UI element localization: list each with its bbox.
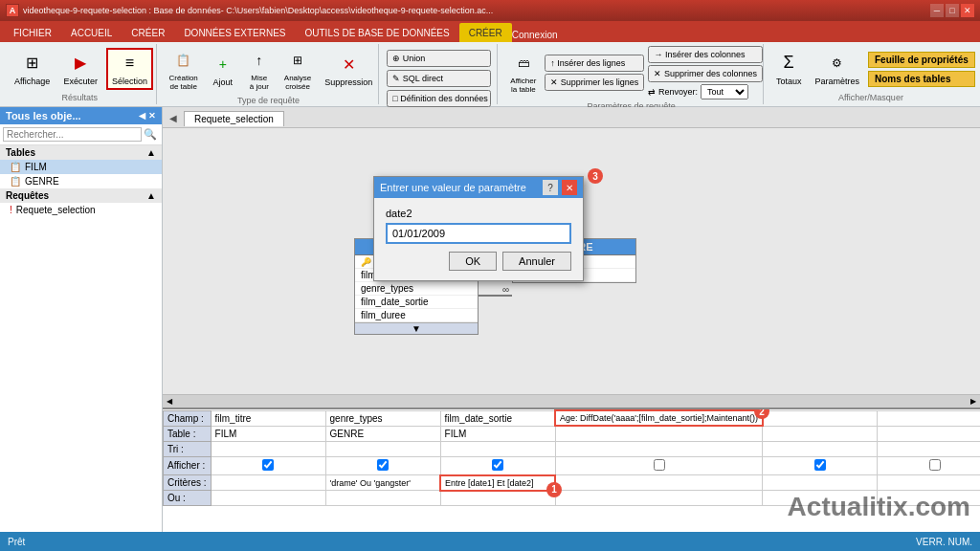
qbe-cell-tri-4[interactable] (555, 441, 763, 456)
qbe-cell-criteres-6[interactable] (878, 475, 980, 491)
qbe-cell-table-6[interactable] (878, 426, 980, 441)
search-input[interactable] (3, 127, 142, 142)
search-icon[interactable]: 🔍 (142, 128, 159, 141)
parametres-button[interactable]: ⚙ Paramètres (810, 49, 864, 89)
selection-button[interactable]: ≡ Sélection (106, 48, 153, 90)
qbe-cell-table-5[interactable] (763, 426, 878, 441)
qbe-cell-table-4[interactable] (555, 426, 763, 441)
qbe-cell-champ-4[interactable]: Age: DiffDate('aaaa';[film_date_sortie];… (555, 410, 763, 426)
modal-cancel-button[interactable]: Annuler (502, 252, 571, 271)
qbe-cell-ou-3[interactable] (440, 491, 555, 506)
union-button[interactable]: ⊕ Union (387, 50, 491, 67)
qbe-cell-afficher-1[interactable] (211, 456, 325, 475)
nav-left-icon[interactable]: ◀ (167, 113, 180, 123)
checkbox-afficher-1[interactable] (262, 459, 274, 471)
sidebar-search[interactable]: 🔍 (0, 124, 162, 145)
qbe-cell-tri-1[interactable] (211, 441, 325, 456)
status-right: VERR. NUM. (916, 537, 972, 547)
tab-accueil[interactable]: ACCUEIL (61, 23, 122, 42)
qbe-cell-table-1[interactable]: FILM (211, 426, 325, 441)
film-field-duree: film_duree (355, 309, 478, 322)
close-button[interactable]: ✕ (961, 4, 974, 17)
qbe-cell-criteres-2[interactable]: 'drame' Ou 'gangster' (325, 475, 440, 491)
tab-outils-bdd[interactable]: OUTILS DE BASE DE DONNÉES (296, 23, 459, 42)
qbe-cell-champ-3[interactable]: film_date_sortie (440, 410, 555, 426)
modal-value-input[interactable] (386, 223, 571, 244)
scroll-left-icon[interactable]: ◀ (167, 397, 172, 406)
qbe-cell-tri-6[interactable] (878, 441, 980, 456)
qbe-cell-afficher-5[interactable] (763, 456, 878, 475)
qbe-cell-criteres-4[interactable] (555, 475, 763, 491)
tab-creer[interactable]: CRÉER (122, 23, 174, 42)
qbe-cell-criteres-5[interactable] (763, 475, 878, 491)
qbe-cell-tri-5[interactable] (763, 441, 878, 456)
qbe-cell-champ-2[interactable]: genre_types (325, 410, 440, 426)
analyse-croisee-button[interactable]: ⊞ Analysecroisée (279, 46, 316, 94)
query-tab-requete-selection[interactable]: Requete_selection (184, 111, 284, 126)
checkbox-afficher-5[interactable] (814, 459, 826, 471)
inserer-colonnes-button[interactable]: → Insérer des colonnes (648, 46, 763, 63)
badge-3: 3 (588, 168, 603, 184)
qbe-cell-ou-1[interactable] (211, 491, 325, 506)
ajout-button[interactable]: + Ajout (207, 50, 239, 90)
supprimer-colonnes-button[interactable]: ✕ Supprimer des colonnes (648, 65, 763, 82)
qbe-cell-afficher-2[interactable] (325, 456, 440, 475)
qbe-grid: Champ : film_titre genre_types film_date… (163, 408, 980, 532)
checkbox-afficher-3[interactable] (492, 459, 503, 471)
qbe-cell-afficher-4[interactable] (555, 456, 763, 475)
qbe-cell-ou-5[interactable] (763, 491, 878, 506)
renvoyer-select[interactable]: Tout (701, 84, 748, 99)
modal-help-icon[interactable]: ? (543, 180, 558, 195)
qbe-cell-table-2[interactable]: GENRE (325, 426, 440, 441)
title-bar-label: videotheque-9-requete-selection : Base d… (23, 6, 493, 15)
tab-fichier[interactable]: FICHIER (4, 23, 61, 42)
modal-body: date2 OK Annuler (374, 198, 583, 280)
scroll-right-icon[interactable]: ▶ (970, 397, 976, 406)
qbe-cell-champ-6[interactable] (878, 410, 980, 426)
qbe-cell-afficher-3[interactable] (440, 456, 555, 475)
creation-table-button[interactable]: 📋 Créationde table (165, 46, 203, 94)
film-scroll-indicator: ▼ (412, 323, 421, 334)
affichage-button[interactable]: ⊞ Affichage (10, 49, 55, 89)
qbe-cell-table-3[interactable]: FILM (440, 426, 555, 441)
qbe-cell-ou-4[interactable] (555, 491, 763, 506)
modal-ok-button[interactable]: OK (449, 252, 497, 271)
qbe-cell-ou-6[interactable] (878, 491, 980, 506)
qbe-cell-champ-5[interactable] (763, 410, 878, 426)
sidebar-section-requetes[interactable]: Requêtes ▲ (0, 188, 162, 203)
qbe-cell-ou-2[interactable] (325, 491, 440, 506)
checkbox-afficher-4[interactable] (654, 459, 665, 471)
qbe-cell-champ-1[interactable]: film_titre (211, 410, 325, 426)
qbe-cell-criteres-3[interactable]: Entre [date1] Et [date2] 1 (440, 475, 555, 491)
schema-area: 1 ∞ FILM 🔑 N° film_titre genre_types fil… (163, 128, 980, 394)
modal-close-button[interactable]: ✕ (562, 180, 577, 195)
checkbox-afficher-6[interactable] (929, 459, 941, 471)
mise-a-jour-button[interactable]: ↑ Miseà jour (243, 46, 276, 94)
sidebar-item-requete-selection[interactable]: ! Requete_selection (0, 203, 162, 217)
checkbox-afficher-2[interactable] (377, 459, 389, 471)
supprimer-lignes-button[interactable]: ✕ Supprimer les lignes (545, 74, 644, 91)
qbe-cell-tri-2[interactable] (325, 441, 440, 456)
requetes-expand-icon: ▲ (146, 190, 156, 201)
type-requete-label: Type de requête (165, 96, 373, 105)
totaux-button[interactable]: Σ Totaux (771, 49, 807, 89)
sidebar-item-film[interactable]: 📋 FILM (0, 160, 162, 174)
suppression-button[interactable]: ✕ Suppression (320, 50, 377, 90)
inserer-lignes-button[interactable]: ↑ Insérer des lignes (545, 55, 644, 72)
tab-donnees-externes[interactable]: DONNÉES EXTERNES (174, 23, 295, 42)
afficher-table-button[interactable]: 🗃 Afficherla table (505, 49, 541, 97)
feuille-proprietes-button[interactable]: Feuille de propriétés (868, 52, 975, 68)
sidebar-item-genre[interactable]: 📋 GENRE (0, 174, 162, 188)
minimize-button[interactable]: ─ (930, 4, 944, 17)
qbe-cell-afficher-6[interactable] (878, 456, 980, 475)
definition-donnees-button[interactable]: □ Définition des données (387, 90, 491, 107)
horizontal-scrollbar[interactable]: ◀ ▶ (163, 394, 980, 408)
tab-creer-active[interactable]: CRÉER (459, 23, 512, 42)
qbe-cell-tri-3[interactable] (440, 441, 555, 456)
qbe-cell-criteres-1[interactable] (211, 475, 325, 491)
maximize-button[interactable]: □ (946, 4, 959, 17)
noms-tables-button[interactable]: Noms des tables (868, 71, 975, 87)
executer-button[interactable]: ▶ Exécuter (58, 49, 102, 89)
sidebar-section-tables[interactable]: Tables ▲ (0, 145, 162, 160)
sql-direct-button[interactable]: ✎ SQL direct (387, 70, 491, 87)
